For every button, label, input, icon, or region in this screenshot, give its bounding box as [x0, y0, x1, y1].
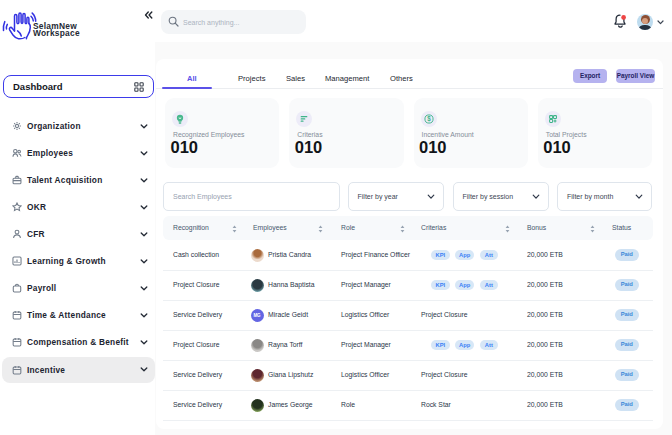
svg-text:$: $ — [427, 115, 431, 123]
